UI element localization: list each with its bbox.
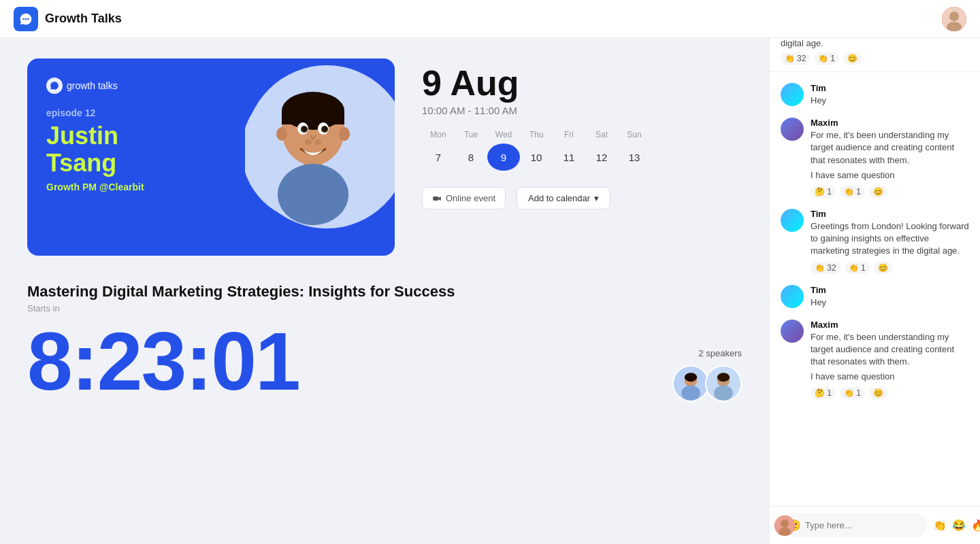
add-to-calendar-button[interactable]: Add to calendar ▾ (517, 187, 610, 209)
chat-message-etienne-2: Maxim For me, it's been understanding my… (781, 320, 969, 400)
chat-input-area: 🙂 👏 😂 🔥 (770, 506, 980, 544)
online-event-badge: Online event (422, 187, 506, 209)
chat-message-etienne-1: Maxim For me, it's been understanding my… (781, 118, 969, 198)
cal-date-9[interactable]: 9 (487, 143, 520, 171)
quick-laugh-button[interactable]: 😂 (952, 519, 966, 532)
speaker-avatar-2 (705, 365, 742, 402)
online-label: Online event (446, 193, 495, 203)
svg-point-2 (27, 18, 29, 20)
chat-user-mini-avatar (774, 515, 795, 536)
reaction-think-2[interactable]: 🤔 1 (811, 387, 836, 399)
chat-content-tim-1: Tim Hey (811, 83, 969, 107)
chat-reactions-etienne-1: 🤔 1 👏 1 😊 (811, 186, 969, 198)
speakers-avatars (672, 365, 742, 402)
chat-content-etienne-1: Maxim For me, it's been understanding my… (811, 118, 969, 198)
quick-fire-button[interactable]: 🔥 (971, 519, 980, 532)
chat-sidebar: digital age. 👏 32 👏 1 😊 Tim Hey (769, 38, 980, 544)
chat-username-etienne-2: Maxim (811, 320, 969, 330)
reaction-wave-1-2[interactable]: 👏 1 (845, 262, 870, 274)
chat-content-etienne-2: Maxim For me, it's been understanding my… (811, 320, 969, 400)
reaction-wave-32[interactable]: 👏 32 (781, 52, 810, 65)
svg-point-20 (305, 139, 312, 145)
chat-content-tim-2: Tim Greetings from London! Looking forwa… (811, 209, 969, 274)
chat-messages-list: Tim Hey Maxim For me, it's been understa… (770, 72, 980, 506)
partial-message-reactions: 👏 32 👏 1 😊 (781, 52, 969, 65)
svg-point-0 (22, 18, 24, 20)
cal-date-7[interactable]: 7 (422, 143, 455, 171)
chat-message-tim-2: Tim Greetings from London! Looking forwa… (781, 209, 969, 274)
event-banner: growth talks episode 12 JustinTsang Grow… (27, 58, 395, 256)
svg-point-11 (278, 164, 348, 225)
cal-date-13[interactable]: 13 (618, 143, 651, 171)
cal-date-11[interactable]: 11 (553, 143, 585, 171)
svg-point-18 (304, 127, 306, 130)
app-header: Growth Talks (0, 0, 980, 38)
cal-day-wed: Wed (487, 130, 520, 139)
reaction-clap-2[interactable]: 👏 1 (840, 387, 865, 399)
chat-avatar-etienne-1 (781, 118, 804, 141)
calendar-grid: Mon Tue Wed Thu Fri Sat Sun 7 8 9 10 11 (422, 130, 742, 171)
chat-content-tim-3: Tim Hey (811, 285, 969, 309)
event-date: 9 Aug (422, 65, 742, 101)
chat-avatar-tim-2 (781, 209, 804, 232)
reaction-wave-32-2[interactable]: 👏 32 (811, 262, 840, 274)
cal-day-mon: Mon (422, 130, 455, 139)
partial-message-text: digital age. (781, 38, 969, 48)
chat-username-tim-2: Tim (811, 209, 969, 219)
chat-message-tim-1: Tim Hey (781, 83, 969, 107)
cal-day-sun: Sun (618, 130, 651, 139)
cal-day-thu: Thu (520, 130, 553, 139)
event-title: Mastering Digital Marketing Strategies: … (27, 283, 672, 301)
partial-message: digital age. 👏 32 👏 1 😊 (770, 38, 980, 72)
reaction-smile[interactable]: 😊 (843, 52, 862, 65)
banner-photo (245, 72, 381, 242)
chat-subtext-etienne-1: I have same question (811, 169, 969, 182)
svg-point-25 (681, 386, 700, 401)
event-card: growth talks episode 12 JustinTsang Grow… (27, 58, 742, 256)
svg-point-1 (25, 18, 27, 20)
content-area: growth talks episode 12 JustinTsang Grow… (0, 38, 769, 544)
svg-point-21 (314, 139, 321, 145)
reaction-clap-1[interactable]: 👏 1 (840, 186, 865, 198)
chat-avatar-etienne-2 (781, 320, 804, 343)
reaction-smile-1[interactable]: 😊 (869, 186, 887, 198)
calendar-dates-row: 7 8 9 10 11 12 13 (422, 143, 742, 171)
cal-date-10[interactable]: 10 (520, 143, 553, 171)
bottom-section: Mastering Digital Marketing Strategies: … (27, 283, 742, 415)
chat-text-tim-1: Hey (811, 95, 969, 107)
chat-input[interactable] (805, 520, 919, 530)
main-layout: growth talks episode 12 JustinTsang Grow… (0, 38, 980, 544)
countdown-section: Mastering Digital Marketing Strategies: … (27, 283, 672, 402)
cal-day-sat: Sat (585, 130, 618, 139)
header-left: Growth Talks (14, 7, 122, 31)
video-icon (432, 194, 442, 203)
countdown-timer: 8:23:01 (27, 320, 672, 402)
chat-subtext-etienne-2: I have same question (811, 371, 969, 383)
speakers-count-label: 2 speakers (698, 348, 742, 358)
cal-date-12[interactable]: 12 (585, 143, 618, 171)
reaction-think-1[interactable]: 🤔 1 (811, 186, 836, 198)
chat-username-tim-3: Tim (811, 285, 969, 295)
event-time: 10:00 AM - 11:00 AM (422, 105, 742, 116)
reaction-smile-3[interactable]: 😊 (869, 387, 887, 399)
app-title: Growth Talks (45, 12, 122, 26)
reaction-smile-2[interactable]: 😊 (874, 262, 892, 274)
svg-rect-9 (282, 111, 344, 124)
svg-point-30 (717, 373, 730, 381)
svg-point-29 (714, 386, 733, 401)
reaction-wave-1[interactable]: 👏 1 (814, 52, 839, 65)
chat-message-tim-3: Tim Hey (781, 285, 969, 309)
add-calendar-label: Add to calendar (528, 193, 590, 203)
chat-text-etienne-2: For me, it's been understanding my targe… (811, 331, 969, 369)
chat-username-tim-1: Tim (811, 83, 969, 93)
chat-avatar-tim (781, 83, 804, 106)
cal-date-8[interactable]: 8 (455, 143, 487, 171)
user-avatar[interactable] (942, 7, 966, 31)
chat-input-wrapper: 🙂 (779, 513, 928, 537)
calendar-days-header: Mon Tue Wed Thu Fri Sat Sun (422, 130, 742, 139)
app-logo-icon (14, 7, 38, 31)
quick-clap-button[interactable]: 👏 (933, 519, 947, 532)
chat-username-etienne-1: Maxim (811, 118, 969, 128)
cal-day-tue: Tue (455, 130, 487, 139)
chat-reactions-tim-2: 👏 32 👏 1 😊 (811, 262, 969, 274)
